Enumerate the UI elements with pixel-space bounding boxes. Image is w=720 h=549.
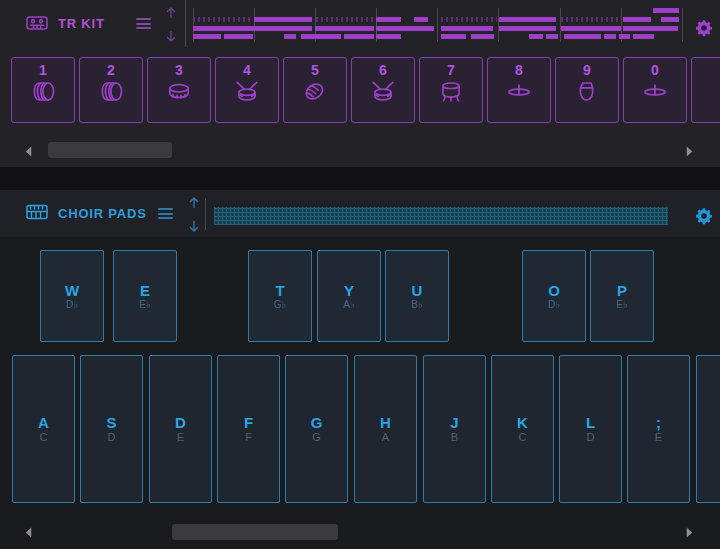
scroll-left-icon[interactable] [25, 146, 32, 157]
pattern-note [193, 26, 254, 31]
music-typing-app: TR KIT 1234567890 CHOIR PADS WD♭EE♭TG♭YA… [0, 0, 720, 549]
pattern-note [561, 26, 621, 31]
drum-pad-9[interactable]: 9 [555, 57, 619, 123]
key-letter: U [412, 283, 423, 298]
tom-drum-icon [437, 80, 465, 103]
pattern-note [254, 17, 312, 22]
snare-sticks-icon [233, 80, 261, 103]
key-;[interactable]: ;E [627, 355, 690, 503]
drum-pad-3[interactable]: 3 [147, 57, 211, 123]
key-note-label: G [312, 432, 321, 443]
down-arrow-icon[interactable] [188, 219, 200, 232]
gear-icon[interactable] [695, 19, 713, 37]
key-letter: ; [656, 415, 661, 430]
key-U[interactable]: UB♭ [385, 250, 449, 342]
key-letter: K [517, 415, 528, 430]
pattern-note [314, 34, 341, 39]
key-note-label: B♭ [411, 300, 422, 310]
hamburger-icon[interactable] [136, 18, 151, 32]
pattern-note [301, 34, 314, 39]
drum-pad-7[interactable]: 7 [419, 57, 483, 123]
key-L[interactable]: LD [559, 355, 622, 503]
key-note-label: D♭ [66, 300, 78, 310]
keys-machine-icon [26, 204, 48, 224]
tr-pattern-display[interactable] [185, 0, 690, 47]
key-letter: T [275, 283, 284, 298]
up-arrow-icon[interactable] [188, 195, 200, 208]
drum-pad-2[interactable]: 2 [79, 57, 143, 123]
pad-key-label: 1 [39, 63, 47, 77]
down-arrow-icon[interactable] [165, 29, 177, 42]
key-J[interactable]: JB [423, 355, 486, 503]
measure-line [498, 8, 499, 42]
drum-pad-6[interactable]: 6 [351, 57, 415, 123]
key-letter: O [548, 283, 560, 298]
scroll-left-icon[interactable] [25, 527, 32, 538]
pattern-note-ghost [316, 17, 374, 22]
key-H[interactable]: HA [354, 355, 417, 503]
key-note-label: E♭ [139, 300, 150, 310]
panel-title: TR KIT [58, 16, 105, 31]
measure-line [437, 8, 438, 42]
key-note-label: E [177, 432, 184, 443]
pattern-note-ghost [441, 17, 497, 22]
pad-key-label: 2 [107, 63, 115, 77]
hamburger-icon[interactable] [158, 208, 173, 222]
up-arrow-icon[interactable] [165, 5, 177, 18]
scroll-right-icon[interactable] [686, 146, 693, 157]
key-note-label: D [587, 432, 595, 443]
key-S[interactable]: SD [80, 355, 143, 503]
drum-machine-icon [26, 15, 48, 35]
key-Y[interactable]: YA♭ [317, 250, 381, 342]
pad-key-label: 9 [583, 63, 591, 77]
key-P[interactable]: PE♭ [590, 250, 654, 342]
key-A[interactable]: AC [12, 355, 75, 503]
cymbal-icon [505, 80, 533, 103]
key-E[interactable]: EE♭ [113, 250, 177, 342]
key-letter: G [311, 415, 323, 430]
key-F[interactable]: FF [217, 355, 280, 503]
gear-icon[interactable] [695, 207, 713, 225]
key-letter: S [106, 415, 116, 430]
pattern-note-ghost [561, 17, 621, 22]
pattern-note [254, 26, 312, 31]
note-grid-strip [214, 207, 668, 225]
pad-key-label: 0 [651, 63, 659, 77]
key-G[interactable]: GG [285, 355, 348, 503]
pattern-note [623, 26, 678, 31]
key-letter: F [244, 415, 253, 430]
scroll-right-icon[interactable] [686, 527, 693, 538]
drum-pad-5[interactable]: 5 [283, 57, 347, 123]
pattern-note [414, 17, 428, 22]
pattern-note [284, 34, 296, 39]
key-O[interactable]: OD♭ [522, 250, 586, 342]
scrollbar-thumb[interactable] [172, 524, 338, 540]
key-T[interactable]: TG♭ [248, 250, 312, 342]
pattern-note [441, 26, 493, 31]
pad-key-label: 7 [447, 63, 455, 77]
cymbal-icon [641, 80, 669, 103]
conga-icon [573, 80, 601, 103]
key-letter: D [175, 415, 186, 430]
key-K[interactable]: KC [491, 355, 554, 503]
drum-pad-partial[interactable] [691, 57, 720, 123]
key-note-label: D [108, 432, 116, 443]
key-partial[interactable] [696, 355, 720, 503]
measure-line [560, 8, 561, 42]
pattern-note [546, 34, 558, 39]
key-letter: A [38, 415, 49, 430]
choir-pattern-display[interactable] [205, 198, 671, 230]
pattern-note [224, 34, 253, 39]
scrollbar-thumb[interactable] [48, 142, 172, 158]
key-note-label: F [245, 432, 252, 443]
drum-pad-8[interactable]: 8 [487, 57, 551, 123]
key-D[interactable]: DE [149, 355, 212, 503]
key-note-label: D♭ [548, 300, 560, 310]
drum-pad-4[interactable]: 4 [215, 57, 279, 123]
drum-pad-1[interactable]: 1 [11, 57, 75, 123]
key-W[interactable]: WD♭ [40, 250, 104, 342]
drum-pad-0[interactable]: 0 [623, 57, 687, 123]
choir-header: CHOIR PADS [0, 190, 720, 237]
key-letter: E [140, 283, 150, 298]
kick-drum-icon [29, 80, 57, 103]
